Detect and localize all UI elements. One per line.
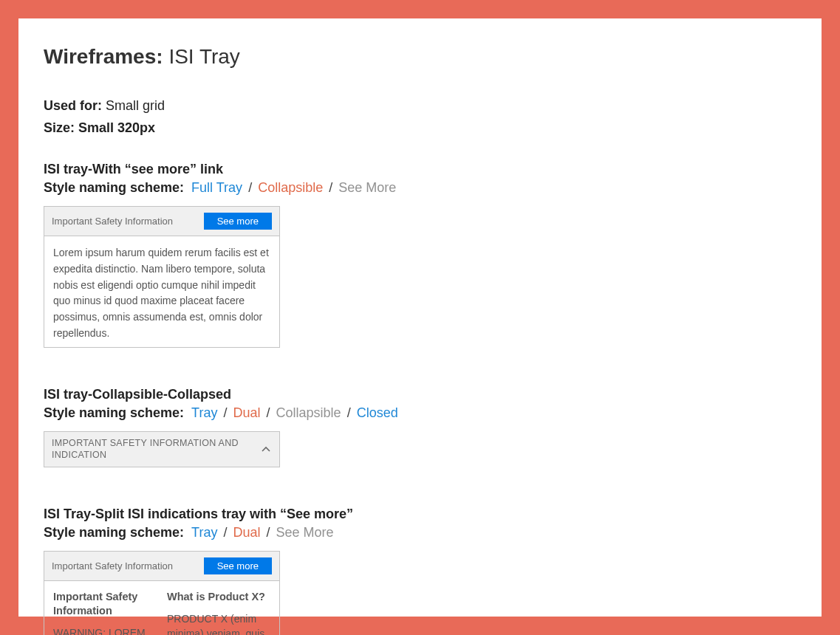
- split-col-left: Important Safety Information WARNING: LO…: [53, 590, 157, 635]
- style-scheme: Style naming scheme: Full Tray / Collaps…: [44, 180, 440, 196]
- split-col-right: What is Product X? PRODUCT X (enim minim…: [167, 590, 270, 635]
- cell-title: ISI tray-Collapsible-Collapsed: [44, 385, 440, 405]
- scheme-part: Full Tray: [191, 180, 242, 195]
- scheme-part: Closed: [357, 405, 398, 420]
- title-prefix: Wireframes:: [44, 45, 163, 68]
- tray-header-title: Important Safety Information: [52, 216, 173, 227]
- scheme-sep: /: [327, 180, 335, 195]
- scheme-part: Collapsible: [258, 180, 323, 195]
- scheme-sep: /: [264, 525, 273, 540]
- tray-header-title: IMPORTANT SAFETY INFORMATION AND INDICAT…: [52, 438, 260, 461]
- col-heading: Important Safety Information: [53, 590, 157, 618]
- scheme-part: Collapsible: [276, 405, 341, 420]
- scheme-part: Tray: [191, 405, 217, 420]
- scheme-part: Tray: [191, 525, 217, 540]
- tray-controls: [260, 444, 272, 456]
- scheme-sep: /: [264, 405, 273, 420]
- cell-collapsed: ISI tray-Collapsible-Collapsed Style nam…: [44, 385, 440, 467]
- scheme-part: See More: [338, 180, 396, 195]
- col-heading: What is Product X?: [167, 590, 270, 604]
- tray-body: Lorem ipsum harum quidem rerum facilis e…: [44, 236, 279, 347]
- style-scheme: Style naming scheme: Tray / Dual / Colla…: [44, 405, 440, 421]
- title-suffix: ISI Tray: [168, 45, 239, 68]
- tray-body: Important Safety Information WARNING: LO…: [44, 581, 279, 635]
- tray-header[interactable]: IMPORTANT SAFETY INFORMATION AND INDICAT…: [44, 432, 279, 467]
- see-more-button[interactable]: See more: [204, 557, 272, 574]
- cell-title: ISI tray-With “see more” link: [44, 159, 440, 180]
- scheme-sep: /: [246, 180, 254, 195]
- isi-tray: Important Safety Information See more Lo…: [44, 206, 280, 348]
- scheme-label: Style naming scheme:: [44, 405, 184, 420]
- isi-tray-collapsed: IMPORTANT SAFETY INFORMATION AND INDICAT…: [44, 431, 280, 467]
- used-for-row: Used for: Small grid: [44, 95, 796, 117]
- scheme-sep: /: [345, 405, 353, 420]
- tray-header: Important Safety Information See more: [44, 552, 279, 581]
- col-text: WARNING: LOREM IPSUM DOLOR SIT AMET CONS…: [53, 625, 157, 635]
- meta-block: Used for: Small grid Size: Small 320px: [44, 95, 796, 139]
- scheme-sep: /: [221, 405, 229, 420]
- page-title: Wireframes: ISI Tray: [44, 45, 796, 69]
- chevron-up-icon[interactable]: [260, 444, 272, 456]
- scheme-part: Dual: [233, 525, 260, 540]
- scheme-label: Style naming scheme:: [44, 525, 184, 540]
- style-scheme: Style naming scheme: Tray / Dual / See M…: [44, 525, 440, 540]
- scheme-label: Style naming scheme:: [44, 180, 184, 195]
- scheme-part: See More: [276, 525, 334, 540]
- used-for-label: Used for:: [44, 98, 102, 113]
- wireframe-grid: ISI tray-With “see more” link Style nami…: [44, 159, 796, 635]
- tray-header: Important Safety Information See more: [44, 207, 279, 236]
- cell-see-more: ISI tray-With “see more” link Style nami…: [44, 159, 440, 348]
- used-for-value: Small grid: [106, 98, 165, 113]
- isi-tray-split: Important Safety Information See more Im…: [44, 551, 280, 635]
- scheme-sep: /: [221, 525, 229, 540]
- page: Wireframes: ISI Tray Used for: Small gri…: [18, 18, 822, 617]
- size-label: Size: Small 320px: [44, 117, 796, 140]
- tray-header-title: Important Safety Information: [52, 560, 173, 572]
- col-text: PRODUCT X (enim minima) veniam, quis nos…: [167, 611, 270, 635]
- cell-title: ISI Tray-Split ISI indications tray with…: [44, 504, 440, 525]
- cell-split: ISI Tray-Split ISI indications tray with…: [44, 504, 440, 635]
- scheme-part: Dual: [233, 405, 260, 420]
- see-more-button[interactable]: See more: [204, 213, 272, 230]
